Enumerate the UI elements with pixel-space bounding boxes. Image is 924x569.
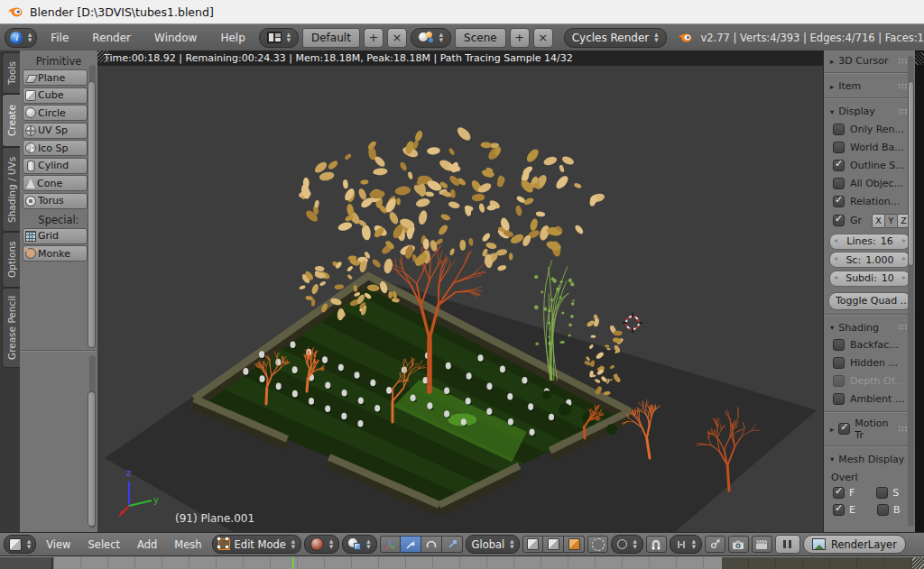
add-monkey-button[interactable]: Monke: [23, 245, 88, 262]
scale-manipulator-button[interactable]: [442, 536, 463, 553]
render-layer-label: RenderLayer: [831, 538, 897, 551]
check-backface-culling[interactable]: Backfac...: [824, 336, 916, 354]
tab-tools[interactable]: Tools: [2, 52, 21, 94]
checkbox[interactable]: [833, 393, 845, 405]
edge-select-button[interactable]: [543, 536, 564, 553]
menu-view[interactable]: View: [39, 538, 78, 551]
pivot-point-dropdown[interactable]: [342, 535, 376, 554]
add-torus-button[interactable]: Torus: [23, 193, 88, 209]
checkbox[interactable]: [833, 124, 845, 135]
opengl-render-anim-button[interactable]: [752, 536, 772, 553]
screen-layout-browser[interactable]: [259, 28, 299, 48]
add-cube-button[interactable]: Cube: [23, 87, 88, 104]
axis-y-button[interactable]: Y: [885, 214, 898, 228]
transform-orientation-dropdown[interactable]: Global: [466, 535, 521, 554]
timeline-strip[interactable]: [0, 555, 924, 569]
snap-toggle-button[interactable]: [646, 536, 667, 553]
add-scene-button[interactable]: [510, 28, 530, 48]
add-plane-button[interactable]: Plane: [23, 69, 88, 86]
panel-motion-tracking[interactable]: Motion Tr: [824, 415, 916, 443]
translate-manipulator-button[interactable]: [401, 536, 421, 553]
tab-options[interactable]: Options: [2, 232, 21, 288]
add-uv-sphere-button[interactable]: UV Sp: [23, 123, 88, 139]
npanel-scrollbar-thumb[interactable]: [908, 81, 914, 266]
add-layout-button[interactable]: [364, 28, 383, 48]
check-ambient-occlusion[interactable]: Ambient ...: [824, 390, 916, 408]
panel-display[interactable]: Display: [824, 101, 916, 120]
vertex-select-button[interactable]: [522, 536, 543, 553]
menu-select[interactable]: Select: [81, 538, 127, 551]
check-only-render[interactable]: Only Ren...: [824, 120, 916, 138]
tab-create[interactable]: Create: [2, 94, 21, 147]
panel-mesh-display[interactable]: Mesh Display: [824, 449, 916, 468]
menu-mesh[interactable]: Mesh: [167, 538, 208, 551]
tab-shading-uvs[interactable]: Shading / UVs: [2, 147, 21, 232]
scene-name-field[interactable]: Scene: [455, 28, 506, 48]
snap-element-dropdown[interactable]: [670, 535, 702, 554]
timeline-playhead[interactable]: [292, 557, 294, 569]
render-layer-dropdown[interactable]: RenderLayer: [803, 535, 906, 554]
mode-dropdown[interactable]: Edit Mode: [212, 535, 302, 554]
panel-3d-cursor[interactable]: 3D Cursor: [824, 50, 916, 69]
checkbox[interactable]: [833, 357, 845, 369]
area-resize-grip[interactable]: [97, 50, 109, 62]
toggle-quad-view-button[interactable]: Toggle Quad ...: [828, 292, 911, 310]
add-cylinder-button[interactable]: Cylind: [23, 158, 88, 174]
editor-type-button[interactable]: [5, 28, 37, 48]
grid-subdivisions-slider[interactable]: Subdi: 10: [829, 271, 910, 287]
3d-viewport[interactable]: Time:00:18.92 | Remaining:00:24.33 | Mem…: [97, 50, 823, 532]
checkbox-bevel[interactable]: [877, 504, 889, 516]
render-engine-dropdown[interactable]: Cycles Render: [564, 28, 667, 48]
checkbox[interactable]: [833, 142, 845, 153]
delete-scene-button[interactable]: [533, 28, 553, 48]
add-circle-button[interactable]: Circle: [23, 105, 88, 121]
pause-render-button[interactable]: [775, 535, 800, 554]
panel-item[interactable]: Item: [824, 76, 916, 95]
check-all-object-origins[interactable]: All Objec...: [824, 174, 916, 192]
checkbox[interactable]: [833, 215, 845, 226]
checkbox[interactable]: [833, 178, 845, 189]
add-grid-button[interactable]: Grid: [23, 228, 88, 244]
add-cone-button[interactable]: Cone: [23, 175, 88, 191]
face-select-button[interactable]: [564, 536, 585, 553]
checkbox[interactable]: [833, 339, 845, 351]
grid-floor-row[interactable]: Gr X Y Z: [824, 210, 916, 231]
panel-shading[interactable]: Shading: [824, 317, 916, 336]
menu-render[interactable]: Render: [82, 32, 141, 44]
toolshelf-scrollbar-thumb[interactable]: [88, 81, 96, 348]
menu-add[interactable]: Add: [130, 538, 164, 551]
checkbox[interactable]: [833, 196, 845, 207]
check-hidden-wire[interactable]: Hidden ...: [824, 354, 916, 372]
check-outline-selected[interactable]: Outline S...: [824, 156, 916, 174]
limit-to-visible-button[interactable]: [587, 536, 608, 553]
add-ico-sphere-button[interactable]: Ico Sp: [23, 140, 88, 156]
rotate-manipulator-button[interactable]: [421, 536, 442, 553]
axis-x-button[interactable]: X: [872, 214, 885, 228]
layout-name-field[interactable]: Default: [302, 28, 360, 48]
menu-help[interactable]: Help: [210, 32, 254, 44]
menu-file[interactable]: File: [41, 32, 79, 44]
proportional-edit-dropdown[interactable]: [611, 535, 642, 554]
area-resize-grip[interactable]: [915, 52, 924, 65]
check-world-background[interactable]: World Ba...: [824, 138, 916, 156]
tab-grease-pencil[interactable]: Grease Pencil: [2, 288, 21, 368]
opengl-render-still-button[interactable]: [728, 536, 749, 553]
checkbox[interactable]: [838, 423, 850, 435]
checkbox-edges[interactable]: [833, 504, 845, 516]
checkbox[interactable]: [833, 160, 845, 171]
viewport-shading-dropdown[interactable]: [304, 535, 339, 554]
checkbox-sharp[interactable]: [876, 487, 888, 499]
check-relationship-lines[interactable]: Relation...: [824, 192, 916, 210]
scene-browser[interactable]: [411, 28, 451, 48]
window-resize-grip[interactable]: [912, 557, 924, 569]
shelf-lower-scrollbar-thumb[interactable]: [88, 391, 96, 527]
menu-window[interactable]: Window: [144, 32, 207, 44]
manipulator-axes-button[interactable]: [380, 536, 401, 553]
delete-layout-button[interactable]: [387, 28, 407, 48]
grid-scale-slider[interactable]: Sc: 1.000: [829, 252, 910, 268]
checkbox-faces[interactable]: [833, 487, 845, 499]
grid-lines-slider[interactable]: Lines: 16: [829, 234, 910, 250]
editor-type-button[interactable]: [4, 535, 36, 554]
info-editor-icon: [10, 32, 23, 44]
snap-target-button[interactable]: [705, 536, 725, 553]
